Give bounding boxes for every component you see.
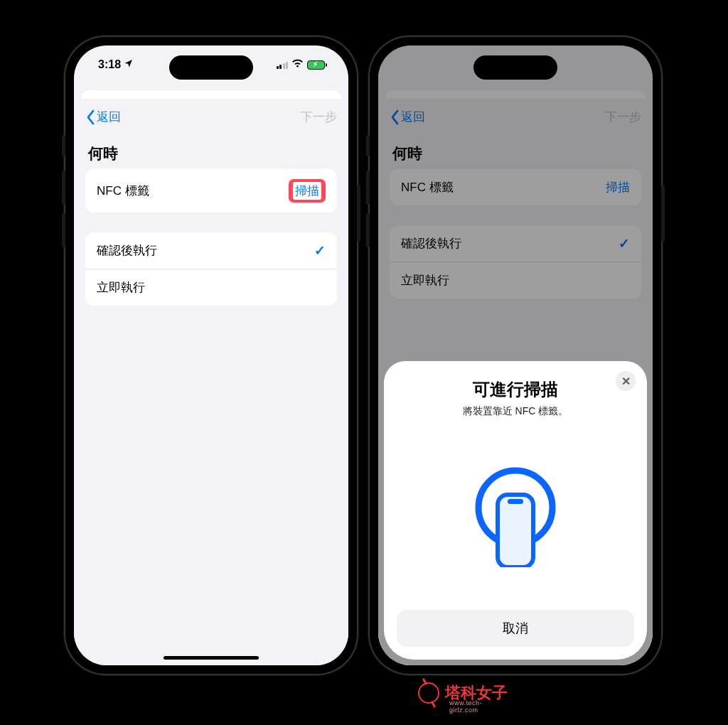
nfc-tag-group: NFC 標籤 掃描: [85, 169, 337, 213]
wifi-icon: [291, 58, 304, 71]
nfc-scan-sheet: ✕ 可進行掃描 將裝置靠近 NFC 標籤。 取消: [384, 361, 647, 660]
volume-up-button: [366, 171, 370, 205]
scan-highlight: 掃描: [289, 179, 326, 203]
power-button: [357, 185, 360, 242]
phone-mockup-right: 返回 下一步 何時 NFC 標籤 掃描 確認後執行 ✓: [368, 36, 663, 675]
nfc-tag-label: NFC 標籤: [97, 183, 149, 199]
home-indicator[interactable]: [164, 656, 259, 660]
cellular-signal-icon: [277, 61, 289, 69]
nfc-scan-subtitle: 將裝置靠近 NFC 標籤。: [463, 405, 569, 418]
mute-switch: [366, 135, 370, 156]
back-label: 返回: [97, 109, 121, 125]
close-button[interactable]: ✕: [616, 371, 636, 391]
nfc-scan-title: 可進行掃描: [473, 378, 558, 401]
close-icon: ✕: [621, 375, 631, 388]
modal-sheet: 返回 下一步 何時 NFC 標籤 掃描 確認後執行: [74, 99, 348, 665]
battery-charging-icon: ⚡︎: [307, 60, 327, 70]
volume-up-button: [62, 171, 65, 205]
volume-down-button: [62, 213, 65, 247]
cancel-button[interactable]: 取消: [397, 610, 634, 647]
scan-button[interactable]: 掃描: [293, 182, 321, 200]
watermark-url: www.tech-girlz.com: [449, 699, 508, 714]
run-options-group: 確認後執行 ✓ 立即執行: [85, 232, 337, 306]
watermark: 塔科女子 www.tech-girlz.com: [418, 682, 508, 704]
volume-down-button: [366, 213, 370, 247]
option-label: 立即執行: [97, 279, 145, 296]
list-item[interactable]: 確認後執行 ✓: [85, 232, 337, 269]
location-arrow-icon: [124, 58, 134, 71]
back-button[interactable]: 返回: [85, 109, 121, 125]
section-header-when: 何時: [74, 135, 348, 169]
next-button[interactable]: 下一步: [301, 109, 337, 125]
status-time: 3:18: [98, 58, 121, 71]
checkmark-icon: ✓: [314, 242, 326, 259]
watermark-icon: [418, 682, 439, 704]
phone-mockup-left: 3:18 ⚡︎: [64, 36, 358, 675]
mute-switch: [62, 135, 65, 156]
power-button: [661, 185, 665, 242]
svg-rect-1: [498, 495, 533, 567]
dynamic-island: [169, 55, 253, 80]
phone-nfc-scan-icon: [462, 418, 569, 610]
list-item[interactable]: 立即執行: [85, 269, 337, 306]
svg-rect-2: [508, 499, 523, 504]
option-label: 確認後執行: [97, 242, 157, 259]
